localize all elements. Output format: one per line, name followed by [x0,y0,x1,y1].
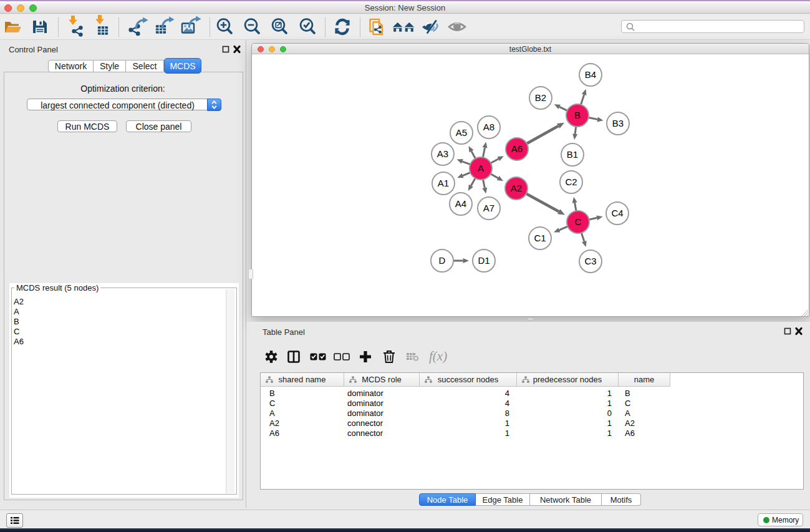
svg-text:C3: C3 [584,256,596,266]
svg-text:A4: A4 [455,198,466,209]
svg-text:C4: C4 [611,208,623,218]
svg-text:A6: A6 [511,143,523,154]
svg-text:B2: B2 [535,92,546,103]
svg-text:A7: A7 [483,203,494,213]
svg-text:A: A [478,163,484,173]
svg-text:B3: B3 [612,118,624,128]
svg-text:C: C [575,216,582,227]
svg-text:B4: B4 [585,69,596,80]
svg-text:C2: C2 [565,177,577,187]
svg-text:A8: A8 [483,122,494,132]
svg-text:B1: B1 [567,149,578,160]
svg-text:A1: A1 [438,178,449,188]
svg-text:C1: C1 [534,233,546,243]
svg-text:D1: D1 [478,255,489,266]
svg-text:A2: A2 [511,183,522,193]
svg-text:A5: A5 [456,127,467,138]
svg-text:A3: A3 [437,148,448,159]
svg-text:D: D [439,255,446,266]
svg-text:B: B [574,110,581,120]
